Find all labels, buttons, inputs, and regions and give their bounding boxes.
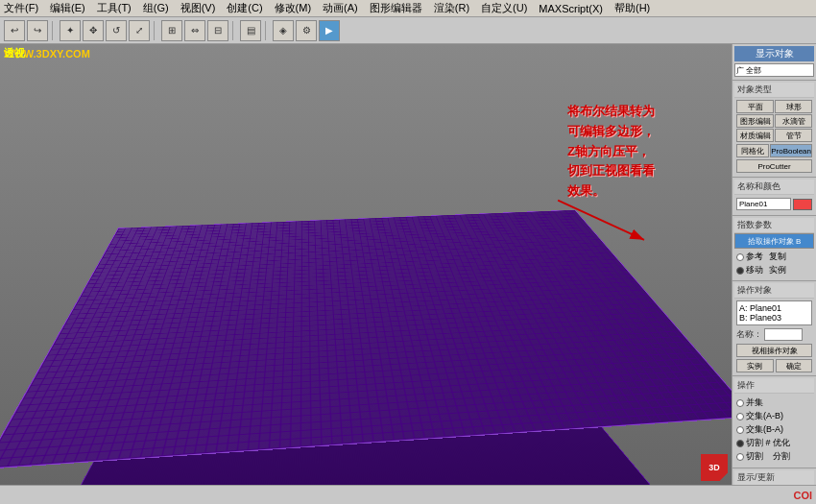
- menu-maxscript[interactable]: MAXScript(X): [539, 3, 603, 14]
- menu-view[interactable]: 视图(V): [180, 1, 216, 15]
- sep1: [52, 21, 56, 40]
- menubar: 文件(F) 编辑(E) 工具(T) 组(G) 视图(V) 创建(C) 修改(M)…: [0, 0, 816, 17]
- radio-move[interactable]: 移动 实例: [736, 264, 812, 276]
- op-name-input[interactable]: [764, 328, 803, 341]
- display-dropdown[interactable]: 广 全部: [734, 63, 814, 77]
- align-button[interactable]: ⊟: [207, 20, 228, 41]
- object-type-section: 对象类型 平面 球形 图形编辑 水滴管 材质编辑 管节 同格化 ProBoole…: [732, 81, 816, 178]
- op-del-buttons: 实例 确定: [734, 358, 814, 373]
- rotate-button[interactable]: ↺: [106, 20, 127, 41]
- layer-button[interactable]: ▤: [240, 20, 261, 41]
- sep4: [265, 21, 269, 40]
- op-iba-dot: [736, 426, 744, 434]
- op-c-dot: [736, 453, 744, 461]
- display-update-section: 显示/更新 结果 操作对象 结果 随着操作对象: [732, 468, 816, 485]
- menu-render[interactable]: 渲染(R): [434, 1, 469, 15]
- menu-help[interactable]: 帮助(H): [614, 1, 650, 15]
- render-settings-button[interactable]: ⚙: [296, 20, 317, 41]
- op-split-label: 分割: [773, 450, 790, 463]
- radio-ref-label: 参考: [746, 251, 763, 263]
- operands-section: 操作对象 A: Plane01 B: Plane03 名称： 视相操作对象 实例…: [732, 281, 816, 376]
- main-layout: WWW.3DXY.COM 透视 将布尔结果转为 可编辑多边形， Z轴方向压平， …: [0, 44, 816, 485]
- btn-material[interactable]: 材质编辑: [736, 129, 774, 142]
- menu-custom[interactable]: 自定义(U): [481, 1, 527, 15]
- menu-graph[interactable]: 图形编辑器: [370, 1, 422, 15]
- annotation-text: 将布尔结果转为 可编辑多边形， Z轴方向压平， 切到正视图看看 效果。: [567, 102, 655, 202]
- operands-list[interactable]: A: Plane01 B: Plane03: [736, 300, 812, 325]
- op-intersect-ba[interactable]: 交集(B-A): [736, 423, 812, 436]
- radio-move-label: 移动: [746, 264, 763, 276]
- menu-create[interactable]: 创建(C): [227, 1, 262, 15]
- viewport[interactable]: WWW.3DXY.COM 透视 将布尔结果转为 可编辑多边形， Z轴方向压平， …: [0, 44, 732, 485]
- op-cut-dot: [736, 440, 744, 447]
- op-buttons: 视相操作对象: [734, 343, 814, 358]
- color-swatch[interactable]: [793, 199, 812, 210]
- logo-box: 3D: [701, 454, 728, 481]
- op-ok-btn[interactable]: 确定: [776, 359, 813, 372]
- radio-copy-label: 复制: [769, 251, 786, 263]
- op-view-btn[interactable]: 视相操作对象: [736, 344, 812, 357]
- name-color-label: 名称和颜色: [734, 180, 814, 195]
- op-del-btn[interactable]: 实例: [736, 359, 774, 372]
- op-iba-label: 交集(B-A): [746, 423, 783, 436]
- op-union[interactable]: 并集: [736, 396, 812, 409]
- menu-edit[interactable]: 编辑(E): [50, 1, 85, 15]
- operands-label: 操作对象: [734, 283, 814, 299]
- menu-tools[interactable]: 工具(T): [97, 1, 132, 15]
- annotation-arrow: [544, 196, 660, 249]
- material-button[interactable]: ◈: [273, 20, 294, 41]
- display-row1: 广 全部: [734, 63, 814, 77]
- disp-upd-label: 显示/更新: [734, 470, 814, 485]
- scene-background: WWW.3DXY.COM 透视 将布尔结果转为 可编辑多边形， Z轴方向压平， …: [0, 44, 732, 485]
- sep2: [154, 21, 157, 40]
- radio-ref[interactable]: 参考 复制: [736, 251, 812, 263]
- btn-plane[interactable]: 平面: [736, 100, 774, 113]
- display-title: 显示对象: [734, 46, 814, 61]
- name-color-section: 名称和颜色: [732, 178, 816, 216]
- ops-title: 操作: [734, 378, 814, 394]
- snap-button[interactable]: ⊞: [161, 20, 182, 41]
- display-section: 显示对象 广 全部: [732, 44, 816, 81]
- btn-procutter[interactable]: ProCutter: [736, 159, 812, 173]
- radio-move-dot: [736, 267, 744, 275]
- mirror-button[interactable]: ⇔: [184, 20, 205, 41]
- pick-label: 指数参数: [734, 218, 814, 233]
- pick-button[interactable]: 拾取操作对象 B: [734, 233, 814, 249]
- menu-anim[interactable]: 动画(A): [323, 1, 358, 15]
- op-cut[interactable]: 切割 分割: [736, 450, 812, 463]
- btn-prob[interactable]: ProBoolean: [770, 144, 812, 157]
- menu-group[interactable]: 组(G): [143, 1, 169, 15]
- ops-list: 并集 交集(A-B) 交集(B-A) 切割 # 优化 切割 分割: [734, 394, 814, 466]
- btn-tube[interactable]: 管节: [775, 129, 812, 142]
- menu-modify[interactable]: 修改(M): [275, 1, 312, 15]
- btn-water[interactable]: 水滴管: [775, 114, 812, 128]
- btn-graph-edit[interactable]: 图形编辑: [736, 114, 774, 128]
- col-label: COl: [793, 490, 812, 501]
- pick-section: 指数参数 拾取操作对象 B 参考 复制 移动 实例: [732, 216, 816, 281]
- svg-line-1: [558, 201, 644, 240]
- redo-button[interactable]: ↪: [27, 20, 48, 41]
- operand-a: A: Plane01: [739, 303, 809, 313]
- op-intersect-ab[interactable]: 交集(A-B): [736, 410, 812, 422]
- op-union-label: 并集: [746, 396, 763, 409]
- right-panel: 显示对象 广 全部 对象类型 平面 球形 图形编辑 水滴管 材质编辑 管节 同格…: [732, 44, 816, 485]
- statusbar: COl: [0, 485, 816, 504]
- btn-sphere[interactable]: 球形: [775, 100, 812, 113]
- render-button[interactable]: ▶: [319, 20, 340, 41]
- viewport-label: 透视: [4, 46, 25, 60]
- operand-b: B: Plane03: [739, 313, 809, 323]
- operations-section: 操作 并集 交集(A-B) 交集(B-A) 切割 # 优化: [732, 376, 816, 468]
- op-c-label: 切割: [746, 450, 763, 463]
- name-input[interactable]: [736, 198, 791, 210]
- btn-grid[interactable]: 同格化: [736, 144, 769, 157]
- select-button[interactable]: ✦: [60, 20, 81, 41]
- move-button[interactable]: ✥: [83, 20, 104, 41]
- scale-button[interactable]: ⤢: [129, 20, 150, 41]
- undo-button[interactable]: ↩: [4, 20, 25, 41]
- menu-file[interactable]: 文件(F): [4, 1, 38, 15]
- obj-type-label: 对象类型: [734, 83, 814, 98]
- op-cut-opt[interactable]: 切割 # 优化: [736, 437, 812, 449]
- radio-ref-dot: [736, 253, 744, 261]
- toolbar: ↩ ↪ ✦ ✥ ↺ ⤢ ⊞ ⇔ ⊟ ▤ ◈ ⚙ ▶: [0, 17, 816, 44]
- op-name-row: 名称：: [734, 327, 814, 342]
